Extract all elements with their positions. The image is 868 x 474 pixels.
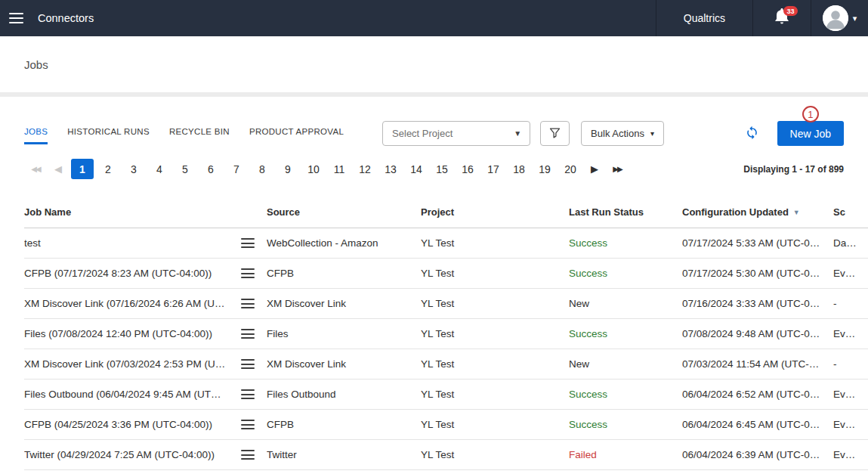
row-menu-button[interactable]	[241, 228, 267, 259]
page-number-8[interactable]: 8	[251, 159, 273, 179]
job-name-cell[interactable]: CFPB (07/17/2024 8:23 AM (UTC-04:00))	[24, 259, 241, 289]
schedule-cell: Ev…	[833, 319, 868, 349]
page-number-7[interactable]: 7	[225, 159, 248, 179]
column-label: Source	[267, 206, 300, 218]
page-number-2[interactable]: 2	[97, 159, 119, 179]
page-number-11[interactable]: 11	[328, 159, 351, 179]
column-header-source[interactable]: Source	[267, 197, 421, 228]
row-menu-button[interactable]	[241, 380, 267, 410]
page-list: 1234567891011121314151617181920	[70, 159, 583, 179]
tab-product-approval[interactable]: PRODUCT APPROVAL	[249, 122, 344, 144]
project-cell: YL Test	[421, 410, 569, 440]
row-menu-icon	[241, 299, 259, 308]
project-select[interactable]: Select Project ▼	[382, 121, 530, 146]
column-header-menu[interactable]	[241, 197, 267, 228]
schedule-cell: Ev…	[833, 259, 868, 289]
pagination-summary: Displaying 1 - 17 of 899	[743, 164, 844, 175]
brand-menu[interactable]: Qualtrics	[656, 0, 752, 36]
app-title: Connectors	[38, 12, 94, 24]
table-row: Files Outbound (06/04/2024 9:45 AM (UT…F…	[24, 380, 868, 410]
source-cell: XM Discover Link	[267, 349, 421, 380]
chevron-down-icon: ▼	[514, 129, 521, 138]
page-number-4[interactable]: 4	[148, 159, 171, 179]
first-page-button[interactable]: ◀◀	[24, 159, 47, 179]
last-page-button[interactable]: ▶▶	[606, 159, 629, 179]
project-cell: YL Test	[421, 319, 569, 349]
refresh-button[interactable]	[745, 125, 759, 142]
table-row: XM Discover Link (07/16/2024 6:26 AM (U……	[24, 289, 868, 319]
top-navigation-bar: Connectors Qualtrics 33 ▾	[0, 0, 868, 36]
new-job-button[interactable]: New Job	[777, 121, 844, 146]
column-header-job-name[interactable]: Job Name	[24, 197, 241, 228]
project-cell: YL Test	[421, 380, 569, 410]
job-name-cell[interactable]: Twitter (04/29/2024 7:25 AM (UTC-04:00))	[24, 440, 241, 470]
page-number-9[interactable]: 9	[276, 159, 299, 179]
project-select-value: Select Project	[392, 128, 453, 139]
column-header-project[interactable]: Project	[421, 197, 569, 228]
row-menu-icon	[241, 359, 259, 369]
page-number-3[interactable]: 3	[122, 159, 145, 179]
project-cell: YL Test	[421, 440, 569, 470]
table-header-row: Job NameSourceProjectLast Run StatusConf…	[24, 197, 868, 228]
page-number-17[interactable]: 17	[482, 159, 505, 179]
table-row: Files (07/08/2024 12:40 PM (UTC-04:00))F…	[24, 319, 868, 349]
tab-jobs[interactable]: JOBS	[24, 122, 48, 144]
page-number-19[interactable]: 19	[533, 159, 556, 179]
jobs-table-wrap: Job NameSourceProjectLast Run StatusConf…	[24, 197, 868, 470]
filter-button[interactable]	[540, 121, 570, 146]
schedule-cell: Ev…	[833, 410, 868, 440]
page-number-15[interactable]: 15	[431, 159, 453, 179]
schedule-cell: -	[833, 289, 868, 319]
row-menu-button[interactable]	[241, 259, 267, 289]
job-name-cell[interactable]: CFPB (04/25/2024 3:36 PM (UTC-04:00))	[24, 410, 241, 440]
source-cell: Files Outbound	[267, 380, 421, 410]
job-name-cell[interactable]: XM Discover Link (07/16/2024 6:26 AM (U…	[24, 289, 241, 319]
page-number-1[interactable]: 1	[71, 159, 94, 179]
page-number-14[interactable]: 14	[405, 159, 428, 179]
column-label: Sc	[833, 206, 845, 218]
job-name-cell[interactable]: XM Discover Link (07/03/2024 2:53 PM (U…	[24, 349, 241, 380]
previous-page-button[interactable]: ◀	[47, 159, 70, 179]
hamburger-menu-icon[interactable]	[6, 7, 26, 29]
project-cell: YL Test	[421, 349, 569, 380]
page-number-13[interactable]: 13	[379, 159, 402, 179]
row-menu-icon	[241, 268, 259, 278]
row-menu-button[interactable]	[241, 440, 267, 470]
row-menu-button[interactable]	[241, 349, 267, 380]
tab-historical-runs[interactable]: HISTORICAL RUNS	[67, 122, 150, 144]
tab-recycle-bin[interactable]: RECYCLE BIN	[169, 122, 230, 144]
column-label: Last Run Status	[569, 206, 644, 218]
row-menu-button[interactable]	[241, 289, 267, 319]
page-number-12[interactable]: 12	[354, 159, 376, 179]
column-header-sc[interactable]: Sc	[833, 197, 868, 228]
row-menu-icon	[241, 238, 259, 248]
page-number-6[interactable]: 6	[199, 159, 222, 179]
page-number-5[interactable]: 5	[174, 159, 196, 179]
row-menu-icon	[241, 420, 259, 429]
column-label: Project	[421, 206, 454, 218]
funnel-icon	[548, 126, 561, 141]
pagination: ◀◀ ◀ 1234567891011121314151617181920 ▶ ▶…	[0, 159, 868, 179]
job-name-cell[interactable]: Files Outbound (06/04/2024 9:45 AM (UT…	[24, 380, 241, 410]
status-cell: Success	[569, 259, 682, 289]
page-number-18[interactable]: 18	[508, 159, 530, 179]
table-row: XM Discover Link (07/03/2024 2:53 PM (U……	[24, 349, 868, 380]
updated-cell: 06/04/2024 6:39 AM (UTC-0…	[682, 440, 833, 470]
schedule-cell: Da…	[833, 228, 868, 259]
bulk-actions-button[interactable]: Bulk Actions ▾	[581, 121, 664, 146]
schedule-cell: -	[833, 349, 868, 380]
column-header-configuration-updated[interactable]: Configuration Updated▼	[682, 197, 833, 228]
row-menu-button[interactable]	[241, 319, 267, 349]
page-number-10[interactable]: 10	[302, 159, 325, 179]
job-name-cell[interactable]: Files (07/08/2024 12:40 PM (UTC-04:00))	[24, 319, 241, 349]
notifications-button[interactable]: 33	[752, 0, 811, 36]
row-menu-button[interactable]	[241, 410, 267, 440]
account-menu[interactable]: ▾	[811, 0, 868, 36]
source-cell: CFPB	[267, 259, 421, 289]
job-name-cell[interactable]: test	[24, 228, 241, 259]
next-page-button[interactable]: ▶	[583, 159, 606, 179]
page-number-20[interactable]: 20	[559, 159, 582, 179]
page-number-16[interactable]: 16	[456, 159, 479, 179]
updated-cell: 07/17/2024 5:30 AM (UTC-0…	[682, 259, 833, 289]
column-header-last-run-status[interactable]: Last Run Status	[569, 197, 682, 228]
